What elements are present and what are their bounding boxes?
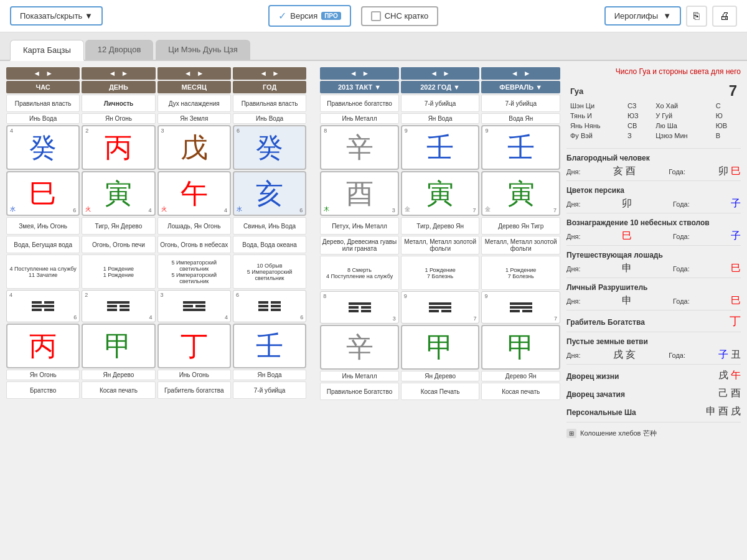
hour-nav: ◄ ► — [6, 67, 80, 80]
hour-column: ◄ ► ЧАС Правильная власть Инь Вода 4 癸 水… — [6, 67, 80, 400]
feb-main-hiero: 9 壬 — [481, 125, 560, 170]
month-branch-detail: Огонь, Огонь в небесах — [157, 236, 231, 253]
hour-lower-elem: Ян Огонь — [6, 370, 80, 380]
takt-elem-icon: 木 — [324, 205, 329, 213]
hour-prev[interactable]: ◄ — [31, 69, 43, 78]
tab-bazi[interactable]: Карта Бацзы — [10, 40, 84, 61]
hour-next[interactable]: ► — [43, 69, 55, 78]
year-bottom-hiero: 水 亥 6 — [233, 171, 306, 216]
month-main-hiero: 3 戊 — [157, 125, 231, 170]
month-elem-icon: 火 — [161, 205, 167, 213]
feb-branch-desc: Дерево Ян Тигр — [481, 217, 560, 235]
version-button[interactable]: ✓ Версия ПРО — [268, 5, 350, 27]
gua-col3-4: Цзюэ Мин — [652, 131, 712, 141]
month-prev[interactable]: ◄ — [182, 69, 194, 78]
divider-5 — [566, 278, 741, 278]
hour-trigram-lines — [32, 301, 54, 311]
destroyer-row: Дня: 申 Года: 巳 — [566, 294, 741, 307]
takt-lower-char: 辛 — [346, 334, 374, 361]
harvest-label: Колошение хлебов 芒种 — [580, 429, 657, 438]
month-desc: Дух наслаждения — [157, 95, 231, 112]
hour-trigram: 4 6 — [6, 290, 80, 322]
palace-conception-row: Дворец зачатия 己 酉 — [566, 385, 741, 401]
gua-col4-1: С — [712, 101, 741, 111]
horse-title: Путешествующая лошадь — [566, 251, 741, 259]
gua-col2-1: СЗ — [624, 101, 652, 111]
feb-elem-icon: 金 — [485, 205, 491, 213]
left-4cols: ◄ ► ЧАС Правильная власть Инь Вода 4 癸 水… — [6, 67, 306, 400]
day-elem: Ян Огонь — [82, 113, 155, 124]
feb-nav: ◄ ► — [481, 67, 560, 80]
gua-row-2: Тянь И ЮЗ У Гуй Ю — [566, 111, 741, 121]
year-prev[interactable]: ◄ — [257, 69, 270, 78]
day-header: ДЕНЬ — [82, 81, 155, 93]
noble-day-label: Дня: — [566, 168, 581, 175]
left-panel: ◄ ► ЧАС Правильная власть Инь Вода 4 癸 水… — [6, 67, 560, 438]
horse-day-label: Дня: — [566, 265, 581, 273]
tab-qimen[interactable]: Ци Мэнь Дунь Цзя — [156, 40, 250, 60]
takt-prev[interactable]: ◄ — [347, 69, 360, 78]
year-elem-icon: 水 — [237, 205, 242, 213]
show-hide-button[interactable]: Показать/скрыть ▼ — [10, 6, 103, 26]
year2022-elem: Ян Вода — [401, 113, 480, 124]
check-icon: ✓ — [278, 10, 286, 22]
year2022-branch-detail: Металл, Металл золотой фольги — [401, 236, 480, 254]
year-nav: ◄ ► — [233, 67, 306, 80]
feb-header: ФЕВРАЛЬ ▼ — [481, 81, 560, 93]
takt-header: 2013 ТАКТ ▼ — [320, 81, 399, 93]
palace-conception-char1: 己 — [718, 387, 728, 400]
share-button[interactable]: ⎘ — [686, 6, 707, 27]
snc-checkbox[interactable] — [371, 11, 381, 21]
top-bar: Показать/скрыть ▼ ✓ Версия ПРО СНС кратк… — [0, 0, 747, 32]
year-fate: 10 Обрыв5 Императорский светильник — [233, 254, 306, 289]
noble-year-char2: 巳 — [731, 165, 741, 178]
gua-col3-3: Лю Ша — [652, 121, 712, 131]
gua-number-row: Гуа 7 — [566, 81, 741, 101]
takt-column: ◄ ► 2013 ТАКТ ▼ Правильное богатство Инь… — [320, 67, 399, 400]
takt-next[interactable]: ► — [360, 69, 372, 78]
robber-title: Грабитель Богатства — [566, 318, 645, 327]
tab-12palaces[interactable]: 12 Дворцов — [85, 40, 154, 60]
day-nav: ◄ ► — [82, 67, 155, 80]
robber-row: Грабитель Богатства 丁 — [566, 313, 741, 329]
month-branch-desc: Лошадь, Ян Огонь — [157, 217, 231, 235]
hour-desc: Правильная власть — [6, 95, 80, 112]
empty-year-char1: 子 — [718, 348, 728, 362]
day-next[interactable]: ► — [118, 69, 131, 78]
hieroglyphs-select[interactable]: Иероглифы ▼ — [604, 6, 681, 26]
month-next[interactable]: ► — [194, 69, 207, 78]
reward-year-char: 子 — [731, 230, 741, 243]
year2022-prev[interactable]: ◄ — [428, 69, 440, 78]
day-prev[interactable]: ◄ — [106, 69, 119, 78]
chevron-down-icon: ▼ — [663, 11, 671, 21]
year-next[interactable]: ► — [270, 69, 282, 78]
bazi-columns: ◄ ► ЧАС Правильная власть Инь Вода 4 癸 水… — [6, 67, 560, 400]
hour-lower-char: 丙 — [29, 332, 57, 360]
feb-branch-detail: Металл, Металл золотой фольги — [481, 236, 560, 254]
hieroglyphs-label: Иероглифы — [614, 11, 658, 21]
year2022-next[interactable]: ► — [440, 69, 453, 78]
feb-next[interactable]: ► — [521, 69, 533, 78]
divider-3 — [566, 213, 741, 213]
feb-lower-char: 甲 — [507, 334, 535, 361]
gua-col4-2: Ю — [712, 111, 741, 121]
feb-trigram-lines — [510, 302, 532, 312]
takt-branch-desc: Петух, Инь Металл — [320, 217, 399, 235]
horse-year-label: Года: — [673, 265, 690, 273]
feb-prev[interactable]: ◄ — [509, 69, 521, 78]
snc-button[interactable]: СНС кратко — [361, 6, 439, 26]
harvest-icon: ⊞ — [566, 429, 576, 438]
noble-day-chars: 亥 酉 — [613, 165, 636, 178]
palace-life-char1: 戌 — [718, 369, 728, 382]
palace-conception-chars: 己 酉 — [718, 387, 741, 400]
day-branch-desc: Тигр, Ян Дерево — [82, 217, 155, 235]
print-button[interactable]: 🖨 — [712, 6, 737, 27]
year2022-trigram-lines — [429, 302, 451, 312]
month-trigram: 3 4 — [157, 290, 231, 322]
takt-branch-char: 酉 — [346, 180, 374, 207]
gua-col2-4: З — [624, 131, 652, 141]
year-header: ГОД — [233, 81, 306, 93]
feb-elem: Вода Ян — [481, 113, 560, 124]
gua-col4-3: ЮВ — [712, 121, 741, 131]
destroyer-day-label: Дня: — [566, 297, 581, 305]
